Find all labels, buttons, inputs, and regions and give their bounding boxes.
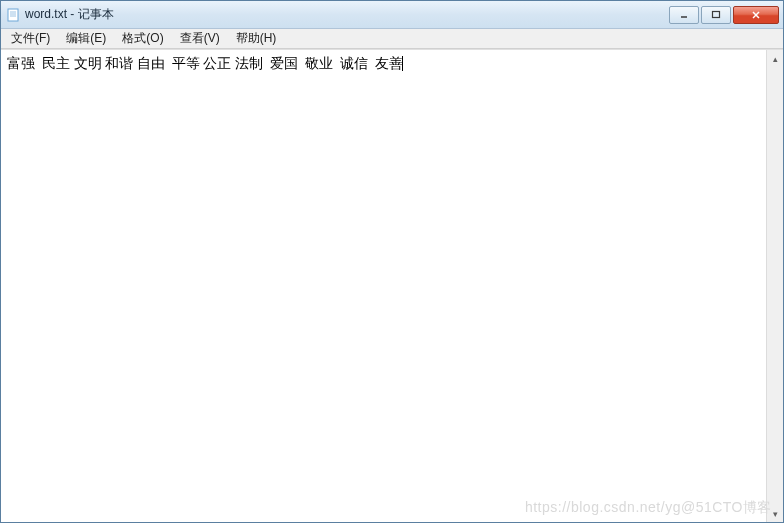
maximize-button[interactable] bbox=[701, 6, 731, 24]
close-button[interactable] bbox=[733, 6, 779, 24]
scroll-track[interactable] bbox=[767, 67, 783, 505]
text-caret bbox=[402, 56, 403, 71]
minimize-button[interactable] bbox=[669, 6, 699, 24]
menu-help[interactable]: 帮助(H) bbox=[228, 28, 285, 49]
window-title: word.txt - 记事本 bbox=[25, 6, 669, 23]
notepad-window: word.txt - 记事本 文件(F) 编辑(E) 格式(O) 查看(V) 帮… bbox=[0, 0, 784, 523]
notepad-icon bbox=[5, 7, 21, 23]
menu-view[interactable]: 查看(V) bbox=[172, 28, 228, 49]
vertical-scrollbar[interactable]: ▴ ▾ bbox=[766, 50, 783, 522]
scroll-up-icon[interactable]: ▴ bbox=[767, 50, 783, 67]
content-area: 富强 民主 文明 和谐 自由 平等 公正 法制 爱国 敬业 诚信 友善 ▴ ▾ bbox=[1, 49, 783, 522]
menu-file[interactable]: 文件(F) bbox=[3, 28, 58, 49]
scroll-down-icon[interactable]: ▾ bbox=[767, 505, 783, 522]
text-editor[interactable]: 富强 民主 文明 和谐 自由 平等 公正 法制 爱国 敬业 诚信 友善 bbox=[1, 50, 766, 522]
menu-format[interactable]: 格式(O) bbox=[114, 28, 171, 49]
window-controls bbox=[669, 6, 779, 24]
menu-edit[interactable]: 编辑(E) bbox=[58, 28, 114, 49]
menubar: 文件(F) 编辑(E) 格式(O) 查看(V) 帮助(H) bbox=[1, 29, 783, 49]
svg-rect-0 bbox=[8, 9, 18, 21]
titlebar[interactable]: word.txt - 记事本 bbox=[1, 1, 783, 29]
editor-text: 富强 民主 文明 和谐 自由 平等 公正 法制 爱国 敬业 诚信 友善 bbox=[7, 56, 403, 71]
svg-rect-5 bbox=[713, 11, 720, 17]
